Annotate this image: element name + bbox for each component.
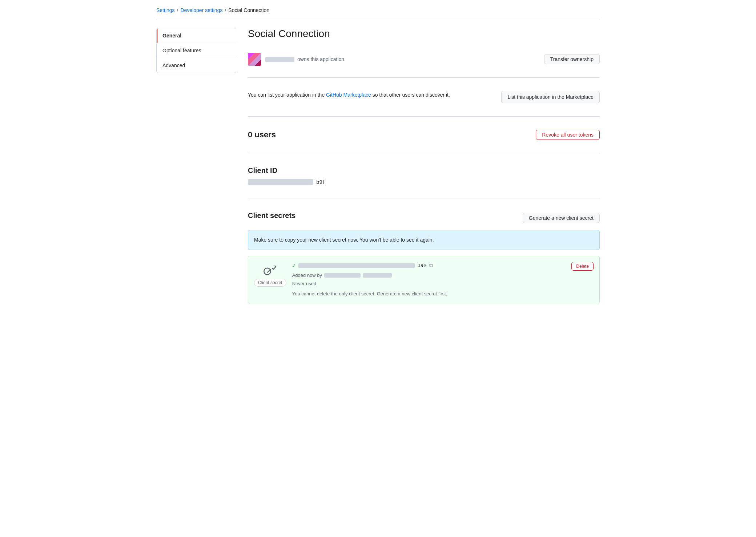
client-secret-badge: Client secret: [254, 279, 286, 287]
ownership-section: owns this application. Transfer ownershi…: [248, 48, 600, 70]
client-secrets-heading: Client secrets: [248, 211, 295, 220]
secret-row-actions: Delete: [571, 262, 594, 271]
never-used: Never used: [292, 279, 566, 288]
revoke-tokens-button[interactable]: Revoke all user tokens: [536, 130, 600, 140]
added-label: Added now by: [292, 271, 322, 279]
check-icon: ✓: [292, 262, 296, 269]
avatar: [248, 53, 261, 66]
marketplace-desc-before: You can list your application in the: [248, 92, 326, 98]
breadcrumb-separator-1: /: [177, 7, 178, 13]
marketplace-desc-after: so that other users can discover it.: [371, 92, 450, 98]
client-id-section: Client ID b9f: [248, 161, 600, 191]
marketplace-section: You can list your application in the Git…: [248, 85, 600, 109]
divider-1: [248, 77, 600, 78]
breadcrumb-settings[interactable]: Settings: [156, 7, 175, 13]
transfer-ownership-button[interactable]: Transfer ownership: [544, 54, 600, 64]
added-row: Added now by: [292, 271, 566, 279]
main-content: Social Connection owns this application.…: [248, 28, 600, 310]
ownership-info: owns this application.: [248, 53, 346, 66]
secret-details: ✓ 39e ⧉ Added now by Never used: [292, 262, 566, 298]
sidebar-item-advanced[interactable]: Advanced: [157, 58, 236, 73]
breadcrumb-developer-settings[interactable]: Developer settings: [180, 7, 222, 13]
key-icon: [263, 262, 277, 276]
client-secrets-section: Client secrets Generate a new client sec…: [248, 206, 600, 310]
client-secrets-header: Client secrets Generate a new client sec…: [248, 211, 600, 224]
secret-warning: You cannot delete the only client secret…: [292, 290, 566, 298]
users-count: 0 users: [248, 130, 276, 140]
github-marketplace-link[interactable]: GitHub Marketplace: [326, 92, 371, 98]
users-section: 0 users Revoke all user tokens: [248, 124, 600, 146]
ownership-suffix: owns this application.: [297, 56, 346, 62]
copy-icon[interactable]: ⧉: [429, 262, 433, 268]
owner-name-redacted: [265, 57, 294, 62]
marketplace-description: You can list your application in the Git…: [248, 91, 450, 99]
secret-meta: Added now by Never used You cannot delet…: [292, 271, 566, 298]
client-id-redacted: [248, 179, 313, 185]
breadcrumb-current: Social Connection: [228, 7, 269, 13]
divider-4: [248, 198, 600, 198]
svg-point-0: [264, 268, 271, 275]
info-banner-text: Make sure to copy your new client secret…: [254, 237, 434, 243]
ownership-text: owns this application.: [265, 56, 346, 62]
delete-secret-button[interactable]: Delete: [571, 262, 594, 271]
client-id-suffix: b9f: [316, 179, 325, 185]
sidebar-item-optional-features[interactable]: Optional features: [157, 43, 236, 58]
sidebar-item-general[interactable]: General: [157, 28, 236, 43]
client-id-value: b9f: [248, 179, 600, 185]
list-marketplace-button[interactable]: List this application in the Marketplace: [501, 91, 600, 103]
breadcrumb: Settings / Developer settings / Social C…: [156, 7, 600, 19]
key-icon-container: Client secret: [254, 262, 286, 287]
sidebar: General Optional features Advanced: [156, 28, 236, 310]
added-by-redacted: [324, 273, 361, 278]
secret-suffix: 39e: [418, 263, 426, 268]
generate-secret-button[interactable]: Generate a new client secret: [523, 213, 600, 223]
page-title: Social Connection: [248, 28, 600, 40]
breadcrumb-separator-2: /: [225, 7, 226, 13]
secret-value-row: ✓ 39e ⧉: [292, 262, 566, 269]
added-by-redacted-2: [363, 273, 392, 278]
sidebar-nav: General Optional features Advanced: [156, 28, 236, 73]
info-banner: Make sure to copy your new client secret…: [248, 230, 600, 250]
divider-2: [248, 116, 600, 117]
client-id-heading: Client ID: [248, 166, 600, 175]
divider-3: [248, 153, 600, 153]
secret-value-redacted: [298, 263, 415, 268]
secret-row: Client secret ✓ 39e ⧉ Added now by: [248, 256, 600, 304]
